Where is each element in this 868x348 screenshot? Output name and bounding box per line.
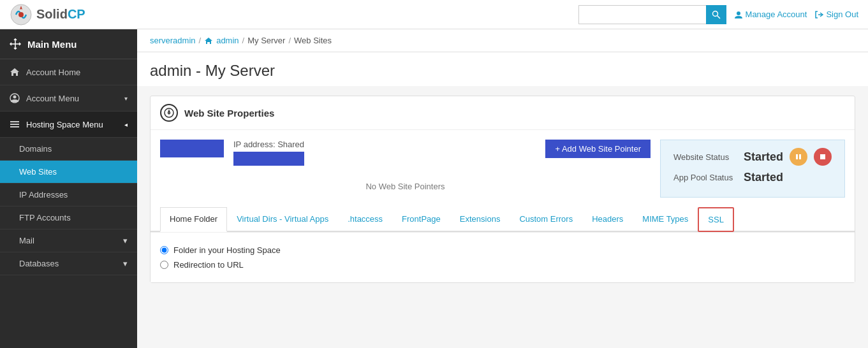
user-circle-icon: [10, 93, 20, 103]
breadcrumb-websites: Web Sites: [294, 36, 332, 45]
mail-label: Mail: [19, 236, 123, 245]
svg-point-2: [712, 11, 717, 16]
menu-icon: [10, 119, 20, 129]
stop-icon: [820, 154, 826, 160]
tab-virtual-dirs[interactable]: Virtual Dirs - Virtual Apps: [227, 207, 338, 232]
app-pool-status-label: App Pool Status: [673, 173, 737, 182]
radio-redirection-input[interactable]: [160, 261, 168, 269]
tab-ssl[interactable]: SSL: [698, 207, 734, 232]
logo-text: SolidCP: [36, 7, 85, 22]
ws-ip-label: IP address: Shared: [233, 140, 304, 149]
tab-htaccess[interactable]: .htaccess: [338, 207, 392, 232]
pause-icon: [795, 154, 802, 160]
sidebar-item-domains[interactable]: Domains: [0, 138, 137, 161]
databases-chevron-icon: ▾: [123, 259, 128, 268]
domains-label: Domains: [19, 144, 52, 154]
mail-chevron-icon: ▾: [123, 236, 128, 245]
ws-ip-info: IP address: Shared: [233, 140, 304, 166]
svg-point-15: [168, 112, 170, 114]
solidcp-logo-icon: [10, 3, 33, 26]
website-status-value: Started: [744, 150, 783, 164]
search-box: [578, 5, 726, 24]
sidebar-item-hosting-space-menu[interactable]: Hosting Space Menu ◂: [0, 112, 137, 138]
radio-redirection[interactable]: Redirection to URL: [160, 260, 845, 270]
web-site-properties-card: Web Site Properties IP address: Shared +…: [150, 96, 855, 283]
manage-account-link[interactable]: Manage Account: [734, 10, 807, 19]
add-web-site-pointer-button[interactable]: + Add Web Site Pointer: [545, 140, 651, 158]
breadcrumb-admin[interactable]: admin: [216, 36, 239, 45]
sidebar: Main Menu Account Home Account Menu ▾: [0, 29, 137, 348]
arrows-icon: [10, 38, 21, 50]
sidebar-item-account-menu[interactable]: Account Menu ▾: [0, 85, 137, 112]
ws-main-row: IP address: Shared + Add Web Site Pointe…: [160, 140, 845, 201]
svg-point-9: [13, 96, 17, 99]
tab-content-home-folder: Folder in your Hosting Space Redirection…: [151, 232, 855, 282]
sidebar-item-mail[interactable]: Mail ▾: [0, 229, 137, 252]
tab-extensions[interactable]: Extensions: [450, 207, 510, 232]
ws-top-row: IP address: Shared + Add Web Site Pointe…: [160, 140, 651, 166]
ws-domain-box: [160, 140, 224, 157]
sidebar-item-account-home[interactable]: Account Home: [0, 59, 137, 85]
tab-mime-types[interactable]: MIME Types: [633, 207, 698, 232]
sidebar-item-databases[interactable]: Databases ▾: [0, 252, 137, 275]
svg-rect-11: [10, 124, 19, 125]
top-nav-right: Manage Account Sign Out: [578, 5, 858, 24]
svg-rect-17: [799, 154, 801, 159]
tab-frontpage[interactable]: FrontPage: [392, 207, 450, 232]
card-header: Web Site Properties: [151, 96, 855, 130]
search-button[interactable]: [706, 5, 726, 24]
breadcrumb-serveradmin[interactable]: serveradmin: [150, 36, 196, 45]
svg-rect-18: [820, 154, 825, 159]
sidebar-item-ftp-accounts[interactable]: FTP Accounts: [0, 207, 137, 229]
sidebar-main-menu: Main Menu: [0, 29, 137, 59]
svg-rect-10: [10, 121, 19, 122]
tab-custom-errors[interactable]: Custom Errors: [510, 207, 582, 232]
databases-label: Databases: [19, 259, 123, 268]
main-layout: Main Menu Account Home Account Menu ▾: [0, 29, 868, 348]
chevron-down-icon: ▾: [124, 95, 128, 102]
redirection-label: Redirection to URL: [173, 260, 244, 270]
breadcrumb: serveradmin / admin / My Server / Web Si…: [137, 29, 868, 52]
card-title: Web Site Properties: [184, 108, 274, 119]
sidebar-item-web-sites[interactable]: Web Sites: [0, 161, 137, 184]
tab-home-folder[interactable]: Home Folder: [160, 207, 227, 232]
pause-button[interactable]: [790, 148, 807, 166]
ip-addresses-label: IP Addresses: [19, 190, 68, 199]
top-navigation: SolidCP Manage Account: [0, 0, 868, 29]
svg-rect-12: [10, 126, 19, 127]
search-icon: [712, 10, 721, 19]
account-menu-label: Account Menu: [26, 94, 79, 103]
app-pool-status-value: Started: [744, 171, 832, 184]
home-icon: [10, 67, 20, 77]
radio-folder-hosting[interactable]: Folder in your Hosting Space: [160, 245, 845, 255]
svg-rect-16: [796, 154, 798, 159]
ftp-accounts-label: FTP Accounts: [19, 213, 71, 222]
radio-folder-input[interactable]: [160, 246, 168, 254]
content-area: serveradmin / admin / My Server / Web Si…: [137, 29, 868, 348]
signout-icon: [814, 10, 823, 19]
search-input[interactable]: [578, 5, 706, 24]
tabs-bar: Home Folder Virtual Dirs - Virtual Apps …: [151, 207, 855, 232]
ws-left: IP address: Shared + Add Web Site Pointe…: [160, 140, 651, 201]
radio-group-folder: Folder in your Hosting Space Redirection…: [160, 245, 845, 270]
account-home-label: Account Home: [26, 68, 80, 77]
svg-point-1: [18, 12, 24, 17]
stop-button[interactable]: [814, 148, 832, 166]
compass-icon: [160, 104, 178, 122]
tab-headers[interactable]: Headers: [582, 207, 633, 232]
ws-status-panel: Website Status Started: [660, 140, 845, 198]
user-icon: [734, 10, 743, 19]
logo-area: SolidCP: [10, 3, 578, 26]
website-status-label: Website Status: [673, 152, 737, 162]
website-status-row: Website Status Started: [673, 148, 832, 166]
ws-ip-value: [233, 152, 304, 166]
app-pool-status-row: App Pool Status Started: [673, 171, 832, 184]
sign-out-link[interactable]: Sign Out: [814, 10, 858, 19]
home-breadcrumb-icon: [204, 36, 213, 45]
no-pointers-message: No Web Site Pointers: [160, 172, 651, 201]
ws-properties-body: IP address: Shared + Add Web Site Pointe…: [151, 130, 855, 282]
manage-account-label: Manage Account: [746, 10, 807, 19]
sidebar-item-ip-addresses[interactable]: IP Addresses: [0, 184, 137, 207]
chevron-left-icon: ◂: [124, 121, 128, 128]
hosting-space-menu-label: Hosting Space Menu: [26, 120, 103, 129]
